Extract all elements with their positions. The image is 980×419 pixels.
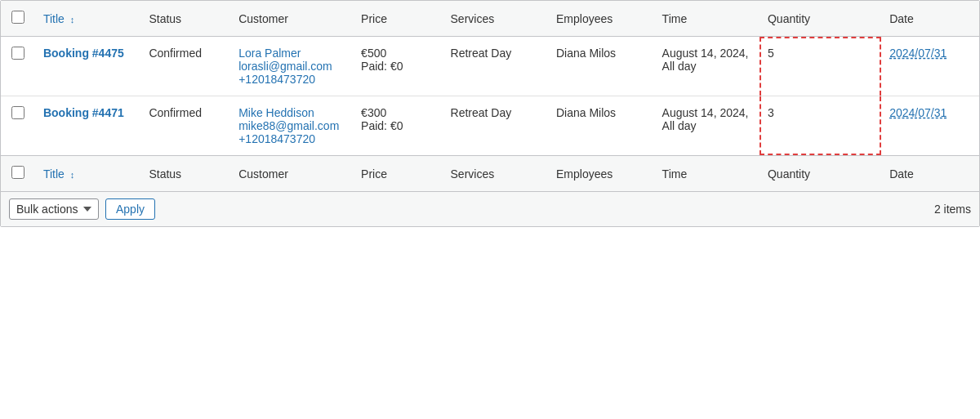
- customer-phone: +12018473720: [238, 73, 345, 86]
- price-amount: €300: [361, 106, 386, 119]
- bulk-actions-group: Bulk actions Apply: [9, 198, 155, 220]
- customer-phone: +12018473720: [238, 132, 345, 145]
- footer-checkbox-cell: [1, 156, 35, 192]
- header-services: Services: [443, 1, 548, 37]
- row-booking-title: Booking #4475: [35, 37, 140, 96]
- row-time: August 14, 2024, All day: [654, 37, 760, 96]
- row-customer: Mike Heddison mike88@gmail.com +12018473…: [230, 96, 353, 156]
- table-footer-row: Title ↕ Status Customer Price Services E…: [1, 156, 979, 192]
- bookings-table: Title ↕ Status Customer Price Services E…: [1, 1, 979, 191]
- row-price: €500 Paid: €0: [353, 37, 442, 96]
- row-date: 2024/07/31: [881, 37, 979, 96]
- row-booking-title: Booking #4471: [35, 96, 140, 156]
- footer-sort-icon: ↕: [70, 170, 75, 180]
- header-customer: Customer: [230, 1, 353, 37]
- row-customer: Lora Palmer lorasli@gmail.com +120184737…: [230, 37, 353, 96]
- row-checkbox[interactable]: [11, 47, 24, 60]
- footer-quantity: Quantity: [760, 156, 881, 192]
- bookings-table-wrapper: Title ↕ Status Customer Price Services E…: [0, 0, 980, 227]
- footer-time: Time: [654, 156, 760, 192]
- row-employees: Diana Milos: [548, 37, 654, 96]
- row-services: Retreat Day: [443, 37, 548, 96]
- row-quantity: 5: [760, 37, 881, 96]
- header-employees: Employees: [548, 1, 654, 37]
- items-count: 2 items: [934, 203, 971, 216]
- row-time: August 14, 2024, All day: [654, 96, 760, 156]
- row-services: Retreat Day: [443, 96, 548, 156]
- table-row: Booking #4475 Confirmed Lora Palmer lora…: [1, 37, 979, 96]
- header-title[interactable]: Title ↕: [35, 1, 140, 37]
- header-price: Price: [353, 1, 442, 37]
- row-price: €300 Paid: €0: [353, 96, 442, 156]
- title-sort-icon: ↕: [70, 15, 75, 25]
- footer-employees: Employees: [548, 156, 654, 192]
- footer-date: Date: [881, 156, 979, 192]
- header-quantity: Quantity: [760, 1, 881, 37]
- price-amount: €500: [361, 47, 386, 60]
- row-checkbox-cell: [1, 96, 35, 156]
- customer-name-link[interactable]: Lora Palmer: [238, 47, 345, 60]
- row-status: Confirmed: [140, 37, 230, 96]
- date-link[interactable]: 2024/07/31: [889, 106, 947, 119]
- booking-link[interactable]: Booking #4471: [43, 106, 132, 119]
- header-time: Time: [654, 1, 760, 37]
- price-paid: Paid: €0: [361, 119, 403, 132]
- quantity-value: 5: [768, 47, 774, 60]
- customer-email-link[interactable]: mike88@gmail.com: [238, 119, 345, 132]
- select-all-checkbox[interactable]: [11, 11, 24, 24]
- table-row: Booking #4471 Confirmed Mike Heddison mi…: [1, 96, 979, 156]
- row-status: Confirmed: [140, 96, 230, 156]
- row-checkbox[interactable]: [11, 106, 24, 119]
- table-body: Booking #4475 Confirmed Lora Palmer lora…: [1, 37, 979, 156]
- apply-button[interactable]: Apply: [105, 198, 155, 220]
- customer-email-link[interactable]: lorasli@gmail.com: [238, 60, 345, 73]
- footer-price: Price: [353, 156, 442, 192]
- header-status: Status: [140, 1, 230, 37]
- table-header-row: Title ↕ Status Customer Price Services E…: [1, 1, 979, 37]
- footer-status: Status: [140, 156, 230, 192]
- header-checkbox-cell: [1, 1, 35, 37]
- header-date: Date: [881, 1, 979, 37]
- row-checkbox-cell: [1, 37, 35, 96]
- footer-customer: Customer: [230, 156, 353, 192]
- bulk-actions-bar: Bulk actions Apply 2 items: [1, 191, 979, 226]
- booking-link[interactable]: Booking #4475: [43, 47, 132, 60]
- footer-title[interactable]: Title ↕: [35, 156, 140, 192]
- row-date: 2024/07/31: [881, 96, 979, 156]
- bulk-actions-select[interactable]: Bulk actions: [9, 198, 99, 220]
- quantity-value: 3: [768, 106, 774, 119]
- customer-name-link[interactable]: Mike Heddison: [238, 106, 345, 119]
- footer-services: Services: [443, 156, 548, 192]
- row-quantity: 3: [760, 96, 881, 156]
- footer-select-all-checkbox[interactable]: [11, 166, 24, 179]
- price-paid: Paid: €0: [361, 60, 403, 73]
- row-employees: Diana Milos: [548, 96, 654, 156]
- date-link[interactable]: 2024/07/31: [889, 47, 947, 60]
